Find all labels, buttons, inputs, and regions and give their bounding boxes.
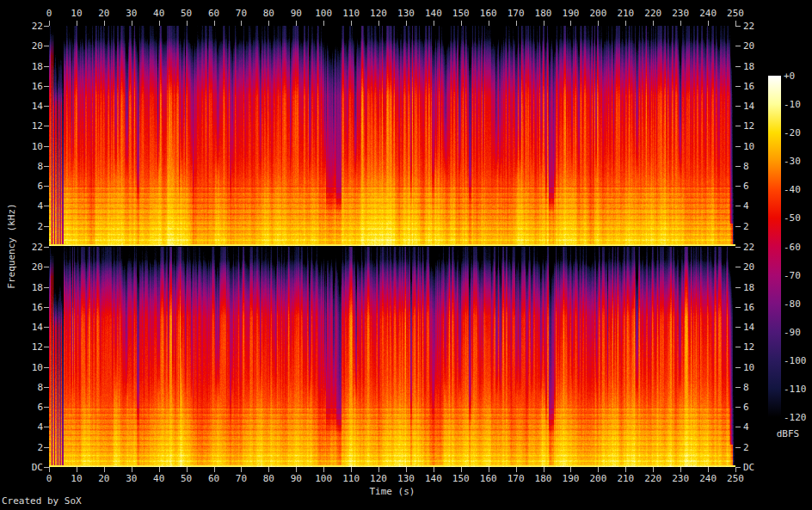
time-tick <box>625 467 626 472</box>
colorbar-tick-label: -100 <box>784 355 812 366</box>
time-tick-label: 80 <box>255 473 281 484</box>
time-tick-label: 160 <box>476 8 501 19</box>
sox-credit: Created by SoX <box>2 495 82 507</box>
freq-tick <box>735 307 741 308</box>
time-tick-label: 170 <box>503 8 529 19</box>
freq-tick <box>735 126 741 126</box>
time-tick-label: 30 <box>119 473 145 484</box>
freq-tick-label: 10 <box>17 362 43 373</box>
time-tick-label: 170 <box>503 473 529 484</box>
freq-tick <box>735 46 741 46</box>
time-tick-label: 50 <box>174 8 200 19</box>
freq-tick <box>735 347 741 347</box>
time-tick-label: 60 <box>201 8 227 19</box>
time-tick <box>351 21 352 26</box>
freq-tick-label: 8 <box>17 382 43 393</box>
time-tick-label: 20 <box>91 473 117 484</box>
freq-tick-label: 10 <box>17 141 43 152</box>
freq-tick <box>44 86 49 87</box>
time-tick <box>241 21 242 26</box>
time-tick-label: 70 <box>228 473 254 484</box>
freq-tick-label: 2 <box>743 221 769 232</box>
time-tick-label: 10 <box>64 473 89 484</box>
freq-tick-label: 4 <box>743 421 769 433</box>
colorbar-tick-label: -40 <box>784 184 812 195</box>
freq-tick-label: 22 <box>17 21 43 32</box>
freq-tick <box>44 407 49 408</box>
freq-tick <box>735 287 741 288</box>
colorbar-tick-label: -20 <box>784 127 812 138</box>
time-tick-label: 10 <box>64 8 89 19</box>
freq-tick-label: 2 <box>743 442 769 453</box>
freq-tick <box>735 186 741 187</box>
time-tick-label: 30 <box>119 8 145 19</box>
freq-tick-label: 12 <box>17 341 43 353</box>
time-tick <box>323 467 324 472</box>
freq-tick-label: 18 <box>743 282 769 293</box>
time-tick <box>104 467 105 472</box>
time-tick-label: 210 <box>612 473 638 484</box>
freq-tick-label: 22 <box>743 21 769 32</box>
time-tick <box>544 21 544 26</box>
freq-tick <box>44 447 49 448</box>
freq-tick <box>44 367 49 368</box>
freq-tick-label: 14 <box>17 322 43 333</box>
freq-tick-label: 14 <box>17 101 43 112</box>
time-axis-title: Time (s) <box>306 486 478 497</box>
time-tick <box>434 21 434 26</box>
freq-tick-label: 2 <box>17 221 43 232</box>
time-tick-label: 220 <box>640 8 666 19</box>
time-tick <box>132 21 132 26</box>
freq-tick <box>44 206 49 206</box>
freq-tick-label: 6 <box>743 181 769 192</box>
time-tick-label: 0 <box>36 473 62 484</box>
freq-tick-label: 2 <box>17 442 43 453</box>
freq-tick <box>44 146 49 147</box>
time-tick <box>544 467 544 472</box>
time-tick <box>653 21 654 26</box>
colorbar-tick-label: -80 <box>784 298 812 310</box>
time-tick-label: 180 <box>531 8 557 19</box>
colorbar-tick-label: -60 <box>784 242 812 253</box>
freq-tick <box>735 407 741 408</box>
freq-tick <box>735 467 741 468</box>
freq-tick-label: 20 <box>743 40 769 52</box>
time-tick <box>598 21 599 26</box>
time-tick <box>49 21 50 26</box>
freq-tick <box>735 447 741 448</box>
freq-tick-label: 4 <box>17 200 43 212</box>
time-tick-label: 250 <box>723 473 748 484</box>
freq-tick <box>44 46 49 46</box>
time-tick-label: 190 <box>557 473 583 484</box>
freq-tick-label: 16 <box>17 302 43 313</box>
time-tick-label: 40 <box>146 8 172 19</box>
time-tick-label: 240 <box>695 473 721 484</box>
freq-tick <box>44 26 49 27</box>
time-tick-label: 200 <box>585 473 611 484</box>
time-tick-label: 50 <box>174 473 200 484</box>
freq-tick <box>735 26 741 27</box>
freq-tick <box>735 327 741 328</box>
time-tick <box>351 467 352 472</box>
time-tick-label: 130 <box>393 473 419 484</box>
time-tick-label: 220 <box>640 473 666 484</box>
colorbar-title: dBFS <box>768 428 808 439</box>
time-tick <box>406 21 407 26</box>
time-tick <box>708 467 709 472</box>
freq-tick <box>44 186 49 187</box>
time-tick-label: 70 <box>228 8 254 19</box>
time-tick-label: 40 <box>146 473 172 484</box>
spectrogram-panel-channel-2 <box>49 247 735 467</box>
freq-tick <box>44 226 49 227</box>
time-tick <box>570 21 571 26</box>
freq-tick <box>44 287 49 288</box>
freq-tick <box>735 226 741 227</box>
freq-tick-label: 22 <box>17 242 43 253</box>
freq-tick <box>44 66 49 67</box>
time-tick <box>187 467 188 472</box>
spectrogram-panel-channel-1 <box>49 26 735 246</box>
time-tick <box>77 467 77 472</box>
colorbar-tick-label: -30 <box>784 156 812 167</box>
time-tick-label: 160 <box>476 473 501 484</box>
freq-tick-label: 10 <box>743 362 769 373</box>
